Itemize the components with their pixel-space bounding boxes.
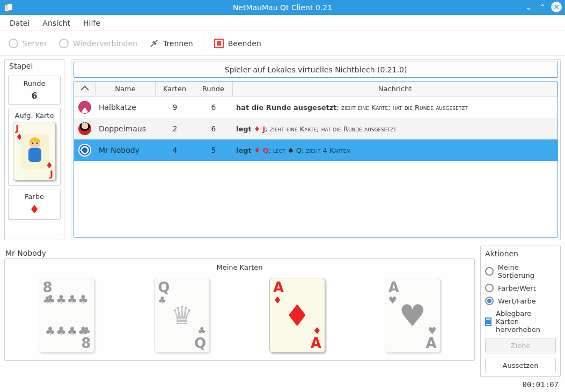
col-round[interactable]: Runde (194, 82, 233, 97)
toolbar-server: Server (4, 35, 50, 51)
stack-header: Stapel (5, 60, 64, 72)
sort-value-suit-option[interactable]: Wert/Farbe (485, 297, 556, 305)
sort-mine-option[interactable]: Meine Sortierung (485, 263, 556, 279)
player-name-cell: Doppelmaus (96, 120, 156, 137)
globe-icon (58, 38, 70, 49)
player-avatar-icon (78, 101, 91, 114)
players-table: Name Karten Runde Nachricht Halbkatze96h… (74, 81, 558, 238)
player-name: Mr Nobody (4, 246, 475, 258)
player-avatar-icon (78, 122, 91, 135)
col-cards[interactable]: Karten (156, 82, 194, 97)
maximize-icon[interactable]: ⌃ (537, 2, 548, 12)
toolbar: Server Wiederverbinden Trennen Beenden (0, 31, 565, 56)
col-name[interactable]: Name (96, 82, 156, 97)
toolbar-quit[interactable]: Beenden (210, 35, 265, 51)
round-label: Runde (11, 79, 58, 87)
table-row[interactable]: Doppelmaus26legt ♦ J; zieht eine Karte; … (74, 118, 557, 139)
message-cell: hat die Runde ausgesetzt; zieht eine Kar… (233, 99, 557, 116)
globe-icon (8, 38, 19, 49)
menu-view[interactable]: Ansicht (37, 17, 76, 29)
menu-file[interactable]: Datei (4, 17, 35, 29)
card-rank-br: J (50, 169, 53, 179)
minimize-icon[interactable]: ⌄ (523, 2, 534, 12)
svg-point-4 (32, 143, 34, 144)
svg-point-5 (36, 143, 38, 144)
round-value: 6 (11, 91, 58, 101)
title-bar: NetMauMau Qt Client 0.21 ⌄ ⌃ ✕ (0, 0, 565, 15)
players-panel: Spieler auf Lokales virtuelles Nichtblec… (71, 59, 561, 240)
player-name-cell: Mr Nobody (96, 142, 156, 159)
close-icon[interactable]: ✕ (551, 2, 562, 12)
message-cell: legt ♦ J; zieht eine Karte; hat die Rund… (233, 121, 557, 137)
table-row[interactable]: Halbkatze96hat die Runde ausgesetzt; zie… (74, 97, 557, 118)
menu-help[interactable]: Hilfe (78, 17, 106, 29)
sort-suit-value-option[interactable]: Farbe/Wert (485, 284, 556, 292)
cards-cell: 4 (156, 142, 194, 159)
cards-cell: 9 (156, 99, 194, 116)
round-box: Runde 6 (8, 76, 61, 105)
color-box: Farbe ♦ (8, 189, 61, 220)
toolbar-reconnect: Wiederverbinden (55, 35, 141, 51)
table-header: Name Karten Runde Nachricht (74, 82, 557, 97)
hand-card[interactable]: A♦♦♦A (269, 278, 325, 353)
stack-panel: Stapel Runde 6 Aufg. Karte J ♦ ♦ J Farbe… (4, 59, 64, 240)
hand-title: Meine Karten (9, 261, 470, 276)
menu-bar: Datei Ansicht Hilfe (0, 15, 565, 31)
round-cell: 6 (194, 120, 233, 137)
player-avatar-icon (78, 144, 91, 157)
hand-card: A♥♥♥A (385, 278, 441, 353)
actions-header: Aktionen (485, 249, 556, 258)
draw-button: Ziehe (485, 338, 556, 353)
cards-cell: 2 (156, 120, 194, 137)
timer: 00:01:07 (523, 380, 559, 389)
message-cell: legt ♦ Q; legt ♠ Q; zieht 4 Karten (233, 142, 557, 159)
player-name-cell: Halbkatze (96, 99, 156, 116)
highlight-option[interactable]: Ablegbare Karten hervorheben (485, 309, 556, 334)
separator (203, 36, 203, 51)
open-card: J ♦ ♦ J (13, 122, 56, 181)
hand-card: 8♣♣♣♣♣♣♣♣♣♣8 (39, 278, 94, 353)
round-cell: 5 (194, 142, 233, 159)
toolbar-disconnect[interactable]: Trennen (145, 35, 196, 51)
col-message[interactable]: Nachricht (233, 82, 557, 97)
round-cell: 6 (194, 99, 233, 116)
hand-card: Q♣♛♣Q (154, 278, 210, 353)
table-row[interactable]: Mr Nobody45legt ♦ Q; legt ♠ Q; zieht 4 K… (74, 139, 557, 161)
window-title: NetMauMau Qt Client 0.21 (0, 3, 565, 12)
actions-panel: Aktionen Meine Sortierung Farbe/Wert Wer… (480, 246, 561, 377)
color-suit: ♦ (11, 203, 58, 216)
skip-button[interactable]: Aussetzen (485, 358, 556, 373)
exit-icon (213, 38, 225, 49)
hand-panel: Meine Karten 8♣♣♣♣♣♣♣♣♣♣8Q♣♛♣QA♦♦♦AA♥♥♥A (4, 258, 475, 361)
svg-rect-3 (28, 148, 41, 162)
color-label: Farbe (11, 193, 58, 201)
sort-icon[interactable] (74, 82, 96, 97)
jack-figure-icon (21, 134, 49, 169)
server-caption: Spieler auf Lokales virtuelles Nichtblec… (74, 62, 558, 78)
open-card-label: Aufg. Karte (11, 112, 58, 120)
plug-icon (148, 38, 160, 49)
open-card-box: Aufg. Karte J ♦ ♦ J (8, 108, 61, 186)
